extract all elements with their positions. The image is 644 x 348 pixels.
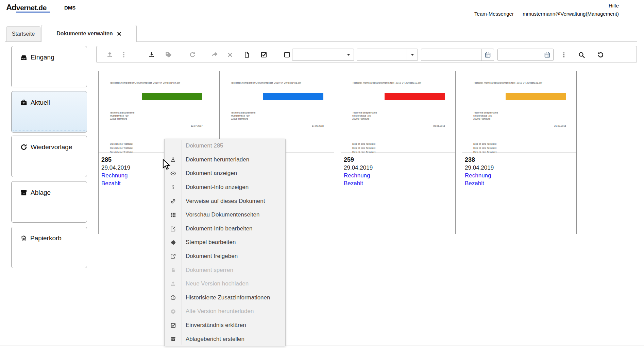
preview-color-bar [385,93,445,100]
tag-button[interactable] [163,49,174,60]
menu-item-stempel-bearbeiten[interactable]: Stempel bearbeiten [165,236,285,249]
preview-body-line: Dies ist eine Testdatei [352,147,375,149]
document-date: 29.04.2019 [465,164,574,172]
share-button[interactable] [209,49,220,60]
tab-dokumente-verwalten[interactable]: Dokumente verwalten [41,25,137,42]
preview-filename: Testdatei /home/arbeit/Dokumente/test_20… [473,82,572,84]
app-logo: Advernet.de [6,3,50,12]
document-toolbar [96,46,637,63]
redo-icon [20,144,27,151]
sidebar-label-ablage: Ablage [31,189,51,196]
preview-filename: Testdatei /home/arbeit/Dokumente/test_20… [110,82,208,84]
link-icon [165,198,182,204]
download-circle-icon [165,309,182,314]
document-tag-rechnung[interactable]: Rechnung [465,172,574,179]
calendar-icon[interactable] [481,49,494,60]
sidebar-item-papierkorb[interactable]: Papierkorb [11,227,87,268]
panel-bottom-border [0,346,644,346]
archive-icon [20,189,27,196]
chevron-down-icon [407,49,418,60]
menu-item-vorschau-dokumentenseiten[interactable]: Vorschau Dokumentenseiten [165,208,285,222]
filter-select-1[interactable] [292,49,354,61]
delete-x-button[interactable] [224,49,235,60]
document-card-238[interactable]: Testdatei /home/arbeit/Dokumente/test_20… [462,71,577,234]
logo-text-rest: vernet.de [16,4,50,13]
logo-text-ad: Ad [6,3,16,12]
edit-icon [165,226,182,231]
preview-sender-address: Testfirma Beispielname Musterstraße 789 … [473,111,498,120]
more-actions-button[interactable] [118,49,129,60]
dms-app-window: Advernet.de DMS Hilfe Team-Messenger mmu… [0,0,644,348]
sidebar-label-wiedervorlage: Wiedervorlage [31,143,72,151]
menu-item-ablagebericht-erstellen[interactable]: Ablagebericht erstellen [165,332,285,346]
search-button[interactable] [576,49,587,60]
menu-item-alte-version-herunterladen[interactable]: Alte Version herunterladen [165,304,285,318]
document-card-259[interactable]: Testdatei /home/arbeit/Dokumente/test_20… [341,71,456,234]
file-button[interactable] [241,49,252,60]
filter-select-2[interactable] [357,49,418,61]
sidebar-label-aktuell: Aktuell [31,99,50,106]
tab-close-icon[interactable] [117,32,121,36]
logo-dms-label: DMS [64,5,75,11]
grid-icon [165,212,182,218]
redo-button[interactable] [187,49,198,60]
checkbox-checked-button[interactable] [258,49,269,60]
check-square-icon [165,323,182,328]
menu-item-neue-version-hochladen[interactable]: Neue Version hochladen [165,277,285,291]
calendar-icon[interactable] [541,49,553,60]
user-account-label[interactable]: mmustermann@Verwaltung(Management) [523,11,619,17]
preview-body-line: Dies ist eine Testdatei [473,151,496,153]
info-icon [165,185,182,190]
document-tag-bezahlt[interactable]: Bezahlt [344,179,453,187]
document-context-menu: Dokument 285 Dokument herunterladen Doku… [164,139,286,346]
menu-item-dokument-info-bearbeiten[interactable]: Dokument-Info bearbeiten [165,222,285,236]
date-from-input[interactable] [421,49,481,60]
stamp-icon [165,240,182,245]
lock-icon [165,267,182,273]
preview-body-line: Dies ist eine Testdatei [110,143,133,145]
document-preview[interactable]: Testdatei /home/arbeit/Dokumente/test_20… [462,71,576,153]
filter-select-1-value [292,49,343,60]
menu-item-dokument-anzeigen[interactable]: Dokument anzeigen [165,167,285,180]
sidebar-item-wiedervorlage[interactable]: Wiedervorlage [11,136,87,177]
team-messenger-link[interactable]: Team-Messenger [474,11,514,17]
sidebar-item-eingang[interactable]: Eingang [11,46,87,87]
date-filter-to [497,49,554,61]
preview-color-bar [142,93,202,100]
tab-startseite-label: Startseite [12,31,35,37]
preview-sender-address: Testfirma Beispielname Musterstraße 789 … [231,111,255,120]
tab-startseite[interactable]: Startseite [6,26,40,42]
briefcase-icon [20,99,27,106]
context-menu-title: Dokument 285 [165,139,285,153]
menu-item-dokument-sperren[interactable]: Dokument sperren [165,263,285,277]
menu-item-dokument-freigeben[interactable]: Dokument freigeben [165,249,285,263]
menu-item-verweise-dokument[interactable]: Verweise auf dieses Dokument [165,194,285,208]
menu-item-dokument-herunterladen[interactable]: Dokument herunterladen [165,153,285,167]
date-to-input[interactable] [498,49,541,60]
preview-filename: Testdatei /home/arbeit/Dokumente/test_20… [352,82,451,84]
document-tag-bezahlt[interactable]: Bezahlt [465,179,574,187]
archive-icon [165,336,182,342]
chevron-down-icon [343,49,354,60]
preview-document-date: 17.05.2018 [312,125,324,127]
document-tag-rechnung[interactable]: Rechnung [344,172,453,179]
document-preview[interactable]: Testdatei /home/arbeit/Dokumente/test_20… [341,71,455,153]
sidebar-item-aktuell[interactable]: Aktuell [11,91,87,133]
menu-item-dokument-info-anzeigen[interactable]: Dokument-Info anzeigen [165,180,285,194]
download-button[interactable] [146,49,157,60]
preview-filename: Testdatei /home/arbeit/Dokumente/test_20… [231,82,329,84]
reset-undo-button[interactable] [595,49,606,60]
history-icon [165,295,182,300]
filter-select-2-value [357,49,407,60]
tab-dokumente-label: Dokumente verwalten [56,31,113,37]
preview-document-date: 12.07.2017 [191,125,203,127]
preview-sender-address: Testfirma Beispielname Musterstraße 789 … [352,111,377,120]
download-icon [165,157,182,162]
upload-button[interactable] [104,49,115,60]
more-options-button[interactable] [558,49,569,60]
help-link[interactable]: Hilfe [609,3,619,8]
menu-item-historisierte-zusatzinformationen[interactable]: Historisierte Zusatzinformationen [165,291,285,305]
sidebar-item-ablage[interactable]: Ablage [11,181,87,223]
menu-item-einverstaendnis-erklaeren[interactable]: Einverständnis erklären [165,318,285,332]
checkbox-empty-button[interactable] [282,49,292,60]
